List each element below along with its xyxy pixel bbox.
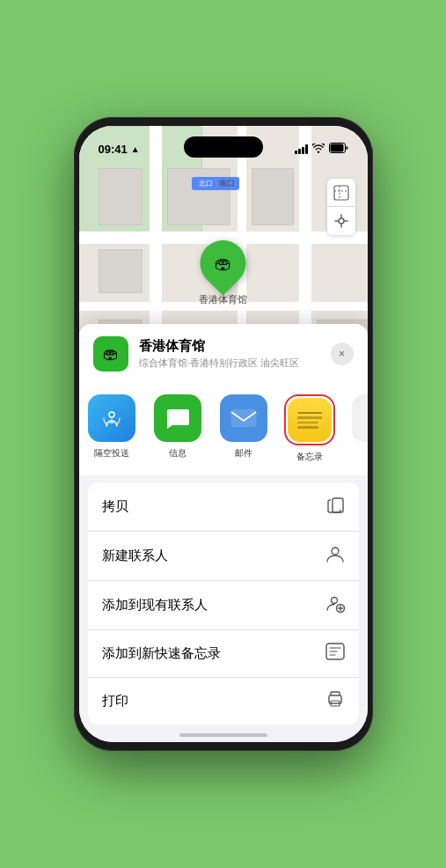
svg-rect-5 bbox=[231, 409, 256, 427]
bottom-sheet: 🏟 香港体育馆 综合体育馆·香港特别行政区 油尖旺区 × bbox=[79, 324, 368, 742]
action-copy[interactable]: 拷贝 bbox=[88, 482, 359, 532]
svg-point-8 bbox=[331, 598, 337, 604]
action-list: 拷贝 新建联系人 bbox=[88, 482, 359, 725]
action-add-contact-label: 添加到现有联系人 bbox=[102, 597, 208, 614]
airdrop-icon bbox=[88, 394, 135, 442]
action-add-contact[interactable]: 添加到现有联系人 bbox=[88, 581, 359, 630]
status-time: 09:41 bbox=[99, 143, 128, 156]
action-copy-label: 拷贝 bbox=[102, 498, 128, 515]
close-button[interactable]: × bbox=[331, 342, 354, 365]
more-icon bbox=[352, 394, 368, 442]
messages-label: 信息 bbox=[169, 447, 186, 460]
share-messages[interactable]: 信息 bbox=[145, 394, 211, 463]
mail-icon bbox=[220, 394, 267, 442]
action-print-label: 打印 bbox=[102, 693, 128, 710]
battery-icon bbox=[329, 143, 348, 155]
svg-point-4 bbox=[109, 412, 114, 417]
svg-rect-1 bbox=[330, 144, 343, 152]
new-contact-icon bbox=[325, 544, 345, 568]
share-more[interactable]: 提 bbox=[343, 394, 368, 463]
venue-name: 香港体育馆 bbox=[139, 338, 320, 355]
copy-icon bbox=[327, 495, 345, 519]
print-icon bbox=[325, 690, 345, 712]
share-row: 隔空投送 信息 bbox=[79, 382, 368, 475]
notes-icon bbox=[288, 398, 332, 442]
quick-note-icon bbox=[325, 643, 345, 665]
venue-desc: 综合体育馆·香港特别行政区 油尖旺区 bbox=[139, 357, 320, 370]
action-quick-note-label: 添加到新快速备忘录 bbox=[102, 645, 221, 662]
add-contact-icon bbox=[325, 593, 345, 617]
airdrop-label: 隔空投送 bbox=[94, 447, 129, 460]
home-indicator bbox=[179, 733, 267, 737]
action-quick-note[interactable]: 添加到新快速备忘录 bbox=[88, 630, 359, 678]
messages-icon bbox=[154, 394, 201, 442]
notes-label: 备忘录 bbox=[296, 451, 323, 463]
location-icon: ▲ bbox=[131, 144, 140, 154]
action-print[interactable]: 打印 bbox=[88, 678, 359, 725]
sheet-header: 🏟 香港体育馆 综合体育馆·香港特别行政区 油尖旺区 × bbox=[79, 324, 368, 382]
action-new-contact[interactable]: 新建联系人 bbox=[88, 532, 359, 581]
phone-frame: 09:41 ▲ bbox=[74, 117, 373, 751]
svg-rect-6 bbox=[333, 498, 343, 512]
mail-label: 邮件 bbox=[235, 447, 252, 460]
share-mail[interactable]: 邮件 bbox=[211, 394, 277, 463]
venue-icon: 🏟 bbox=[93, 336, 128, 371]
action-new-contact-label: 新建联系人 bbox=[102, 548, 168, 564]
dynamic-island bbox=[184, 136, 263, 158]
svg-point-7 bbox=[332, 548, 339, 555]
notes-selected-border bbox=[284, 394, 335, 445]
wifi-icon bbox=[312, 143, 325, 156]
share-notes[interactable]: 备忘录 bbox=[277, 394, 343, 463]
signal-bars bbox=[295, 144, 308, 154]
share-airdrop[interactable]: 隔空投送 bbox=[79, 394, 145, 463]
venue-info: 香港体育馆 综合体育馆·香港特别行政区 油尖旺区 bbox=[139, 338, 320, 370]
status-icons bbox=[295, 143, 348, 156]
phone-screen: 09:41 ▲ bbox=[79, 126, 368, 742]
